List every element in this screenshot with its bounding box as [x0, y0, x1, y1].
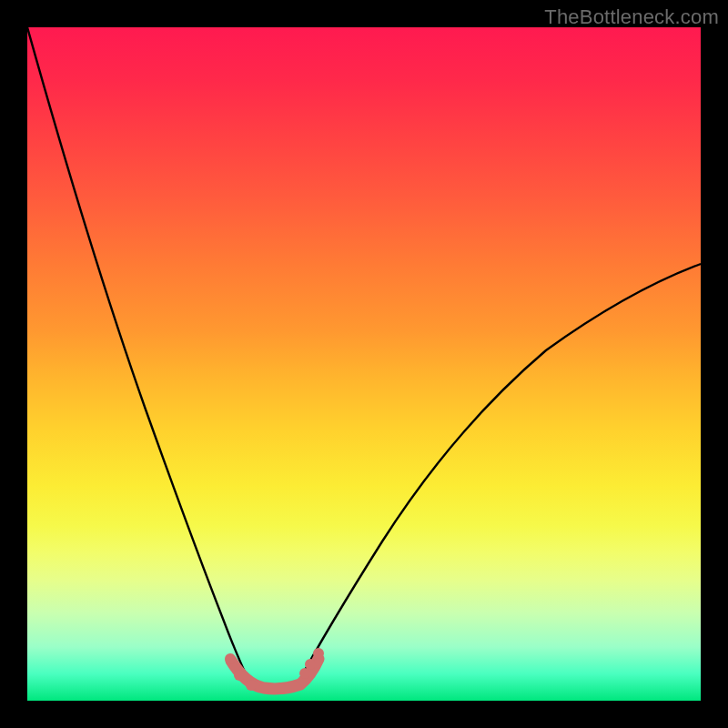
svg-point-5	[288, 681, 299, 692]
svg-point-2	[246, 680, 257, 691]
right-curve	[297, 264, 701, 685]
svg-point-7	[305, 659, 316, 670]
svg-point-6	[299, 668, 310, 679]
watermark-text: TheBottleneck.com	[544, 5, 719, 29]
svg-point-4	[275, 682, 286, 693]
svg-point-8	[313, 648, 324, 659]
left-curve	[27, 27, 251, 685]
svg-point-0	[225, 653, 236, 664]
svg-point-1	[234, 670, 245, 681]
svg-point-3	[259, 682, 270, 693]
curve-svg	[27, 27, 701, 701]
plot-area	[27, 27, 701, 701]
chart-frame: TheBottleneck.com	[0, 0, 728, 728]
